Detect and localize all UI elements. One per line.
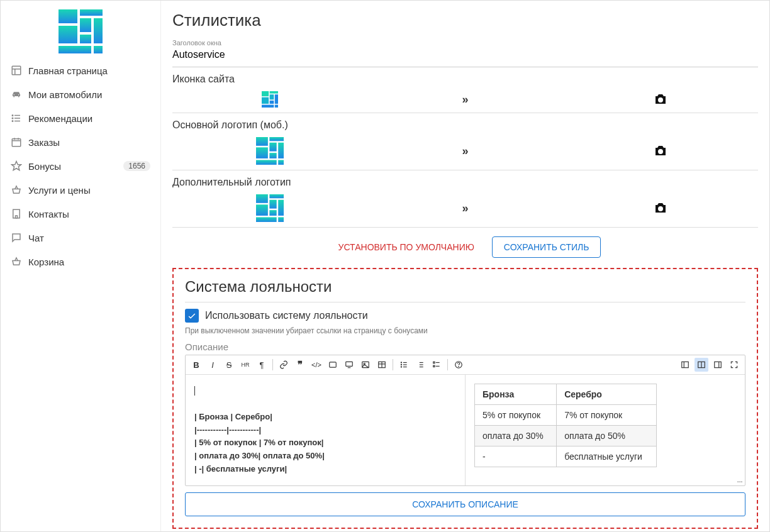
extra-logo-upload[interactable]	[563, 201, 758, 216]
md-line: |-----------|-----------|	[194, 424, 456, 436]
ul-icon	[399, 360, 408, 369]
bold-button[interactable]: B	[189, 358, 203, 372]
svg-rect-22	[13, 209, 20, 218]
favicon-label: Иконка сайта	[172, 74, 758, 85]
link-button[interactable]	[277, 358, 291, 372]
sidebar-item-chat[interactable]: Чат	[1, 226, 160, 250]
sidebar-item-home[interactable]: Главная страница	[1, 58, 160, 82]
sidebar-item-services[interactable]: Услуги и цены	[1, 178, 160, 202]
svg-rect-36	[256, 137, 268, 146]
view-right-button[interactable]	[711, 358, 725, 372]
markdown-source-pane[interactable]: | Бронза | Серебро| |-----------|-------…	[186, 375, 466, 485]
code-icon	[328, 360, 337, 369]
sidebar-item-cart[interactable]: Корзина	[1, 250, 160, 274]
preview-button[interactable]	[342, 358, 356, 372]
layout-icon	[11, 65, 22, 76]
svg-rect-49	[270, 210, 277, 216]
sidebar-item-label: Бонусы	[28, 161, 61, 172]
ul-button[interactable]	[397, 358, 411, 372]
table-cell: бесплатные услуги	[557, 446, 657, 467]
sidebar-item-contacts[interactable]: Контакты	[1, 202, 160, 226]
car-icon	[11, 89, 22, 100]
svg-rect-37	[270, 137, 284, 141]
hr-button[interactable]: HR	[238, 358, 252, 372]
sidebar-item-label: Рекомендации	[28, 113, 92, 124]
save-description-button[interactable]: СОХРАНИТЬ ОПИСАНИЕ	[185, 492, 745, 516]
reset-style-button[interactable]: УСТАНОВИТЬ ПО УМОЛЧАНИЮ	[330, 236, 483, 258]
image-icon	[361, 360, 370, 369]
markdown-editor: B I S HR ¶ ❞ </>	[185, 355, 745, 486]
sidebar-item-label: Главная страница	[28, 65, 108, 76]
svg-rect-70	[433, 365, 435, 367]
svg-rect-31	[275, 94, 278, 104]
loyalty-checkbox-row[interactable]: Использовать систему лояльности	[185, 309, 745, 323]
markdown-preview-pane: Бронза Серебро 5% от покупок 7% от покуп…	[466, 375, 745, 485]
strike-button[interactable]: S	[222, 358, 236, 372]
quote-button[interactable]: ❞	[293, 358, 307, 372]
sidebar-item-recommendations[interactable]: Рекомендации	[1, 106, 160, 130]
loyalty-hint: При выключенном значении убирает ссылки …	[185, 326, 745, 335]
window-title-field: Заголовок окна	[172, 36, 758, 67]
svg-rect-4	[59, 26, 77, 43]
svg-rect-1	[80, 9, 103, 16]
sidebar-item-orders[interactable]: Заказы	[1, 130, 160, 154]
table-cell: 5% от покупок	[475, 405, 557, 426]
ol-button[interactable]	[413, 358, 427, 372]
loyalty-checkbox-label: Использовать систему лояльности	[205, 310, 368, 321]
arrow-icon: »	[367, 93, 562, 106]
svg-rect-8	[12, 66, 21, 75]
view-split-button[interactable]	[695, 358, 708, 372]
table-button[interactable]	[375, 358, 389, 372]
help-button[interactable]	[452, 358, 466, 372]
sidebar-item-label: Чат	[28, 233, 44, 243]
svg-rect-46	[270, 200, 277, 209]
loyalty-preview-table: Бронза Серебро 5% от покупок 7% от покуп…	[474, 384, 657, 467]
svg-point-14	[12, 115, 13, 116]
logo-mobile-upload[interactable]	[563, 143, 758, 158]
svg-rect-35	[275, 105, 278, 108]
svg-rect-7	[94, 46, 103, 53]
svg-rect-32	[262, 97, 269, 104]
image-button[interactable]	[359, 358, 372, 372]
sidebar-item-label: Заказы	[28, 137, 60, 148]
bonuses-badge: 1656	[123, 161, 150, 171]
logo-mobile-label: Основной логотип (моб.)	[172, 119, 758, 131]
loyalty-section: Система лояльности Использовать систему …	[172, 268, 758, 529]
svg-rect-28	[262, 91, 269, 96]
fullscreen-icon	[730, 360, 739, 369]
svg-rect-53	[346, 362, 353, 366]
sidebar-item-label: Мои автомобили	[28, 89, 102, 100]
codeblock-button[interactable]: </>	[310, 358, 323, 372]
svg-rect-44	[256, 194, 268, 203]
svg-point-15	[12, 118, 13, 119]
fullscreen-button[interactable]	[727, 358, 741, 372]
svg-rect-5	[80, 35, 91, 43]
svg-rect-79	[715, 362, 722, 367]
logo-mobile-preview	[172, 137, 367, 165]
svg-rect-6	[59, 46, 91, 53]
svg-rect-33	[270, 101, 274, 104]
sidebar-item-bonuses[interactable]: Бонусы 1656	[1, 154, 160, 178]
svg-point-74	[459, 367, 459, 367]
svg-rect-2	[80, 18, 91, 32]
resize-handle[interactable]: ...	[737, 474, 742, 484]
checklist-button[interactable]	[430, 358, 444, 372]
table-icon	[377, 360, 386, 369]
svg-rect-50	[256, 217, 277, 222]
italic-button[interactable]: I	[206, 358, 220, 372]
paragraph-button[interactable]: ¶	[255, 358, 269, 372]
svg-point-60	[401, 362, 401, 363]
code-button[interactable]	[326, 358, 340, 372]
loyalty-checkbox[interactable]	[185, 309, 199, 323]
panes-right-icon	[713, 360, 722, 369]
window-title-input[interactable]	[172, 47, 758, 63]
app-logo-icon	[59, 9, 103, 53]
favicon-upload[interactable]	[563, 92, 758, 107]
table-cell: -	[475, 446, 557, 467]
sidebar-item-cars[interactable]: Мои автомобили	[1, 82, 160, 106]
svg-rect-52	[330, 362, 337, 367]
extra-logo-row: »	[172, 191, 758, 228]
svg-rect-30	[270, 94, 274, 99]
view-left-button[interactable]	[678, 358, 692, 372]
save-style-button[interactable]: СОХРАНИТЬ СТИЛЬ	[492, 236, 601, 258]
